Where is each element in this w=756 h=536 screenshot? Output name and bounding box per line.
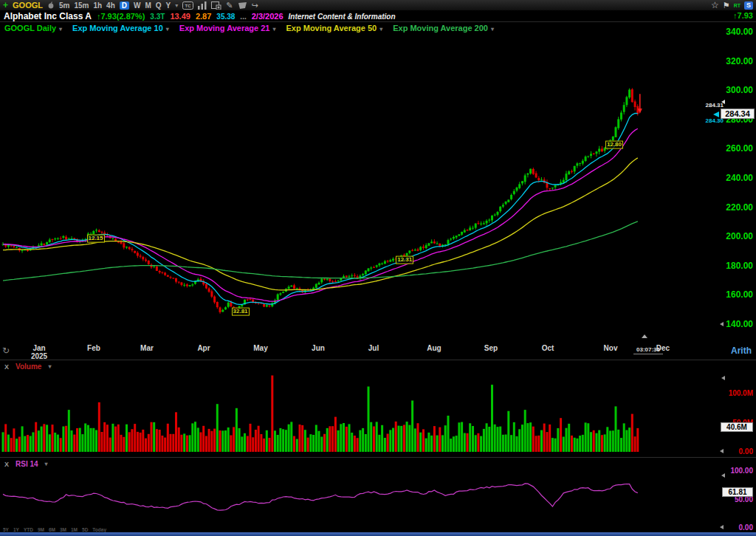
chevron-down-icon[interactable]: ▾ xyxy=(272,26,275,32)
chevron-down-icon[interactable]: ▾ xyxy=(491,26,494,32)
last-rsi-box: 61.81 xyxy=(722,487,753,497)
panel-divider[interactable] xyxy=(0,457,756,458)
chevron-down-icon[interactable]: ▾ xyxy=(379,26,382,32)
zoom-preset[interactable]: 5Y xyxy=(3,527,9,532)
rsi-plot-region[interactable] xyxy=(0,458,756,529)
ask-price-label: 284.31 xyxy=(706,103,724,109)
zoom-preset[interactable]: 1M xyxy=(71,527,78,532)
last-price-box: 284.34 xyxy=(721,109,755,119)
legend-label: Exp Moving Average 21 xyxy=(179,24,270,32)
chevron-down-icon[interactable]: ▾ xyxy=(166,26,169,32)
zoom-preset[interactable]: 9M xyxy=(38,527,44,532)
zoom-preset[interactable]: YTD xyxy=(24,527,33,532)
legend-item-ema-200[interactable]: Exp Moving Average 200▾ xyxy=(393,24,494,32)
volume-panel-label[interactable]: Volume xyxy=(16,363,41,371)
scroll-reset-icon[interactable]: ↻ xyxy=(2,346,10,356)
main-price-panel[interactable] xyxy=(0,22,756,343)
indicator-legend: GOOGL Daily▾Exp Moving Average 10▾Exp Mo… xyxy=(4,24,494,32)
scale-type-label[interactable]: Arith xyxy=(731,346,752,356)
chevron-down-icon[interactable]: ▾ xyxy=(59,26,62,32)
bid-arrow-icon xyxy=(713,111,719,117)
rsi-panel-header: X RSI 14 ▾ xyxy=(4,460,48,468)
zoom-preset[interactable]: 3M xyxy=(60,527,66,532)
bar-countdown-timer: 03:07:35 xyxy=(633,346,663,354)
legend-label: Exp Moving Average 10 xyxy=(72,24,163,32)
zoom-preset[interactable]: 1Y xyxy=(13,527,19,532)
zoom-preset[interactable]: 6M xyxy=(49,527,55,532)
zoom-preset-bar: 5Y1YYTD9M6M3M1M5DToday xyxy=(3,527,106,532)
zoom-preset[interactable]: Today xyxy=(92,527,106,532)
rsi-panel-label[interactable]: RSI 14 xyxy=(16,460,38,468)
bottom-scrollbar[interactable] xyxy=(0,532,756,536)
panel-divider[interactable] xyxy=(0,360,756,360)
legend-item-ema-21[interactable]: Exp Moving Average 21▾ xyxy=(179,24,276,32)
legend-label: Exp Moving Average 50 xyxy=(286,24,377,32)
legend-item-series-googl-daily[interactable]: GOOGL Daily▾ xyxy=(4,24,62,32)
volume-plot-region[interactable] xyxy=(0,360,756,457)
volume-close-button[interactable]: X xyxy=(4,363,9,371)
volume-panel-header: X Volume ▾ xyxy=(4,363,51,371)
tc2000-window: + GOOGL 5m 15m 1h 4h D W M Q Y ▾ TC ✎ ↪ … xyxy=(0,0,756,536)
legend-item-ema-50[interactable]: Exp Moving Average 50▾ xyxy=(286,24,382,32)
volume-dropdown-icon[interactable]: ▾ xyxy=(48,363,51,370)
rsi-close-button[interactable]: X xyxy=(4,461,9,468)
legend-item-ema-10[interactable]: Exp Moving Average 10▾ xyxy=(72,24,169,32)
zoom-preset[interactable]: 5D xyxy=(82,527,88,532)
last-volume-box: 40.6M xyxy=(721,422,753,432)
legend-label: GOOGL Daily xyxy=(4,24,56,32)
bid-price-label: 284.30 xyxy=(706,118,724,125)
legend-label: Exp Moving Average 200 xyxy=(393,24,488,32)
rsi-dropdown-icon[interactable]: ▾ xyxy=(45,461,48,467)
